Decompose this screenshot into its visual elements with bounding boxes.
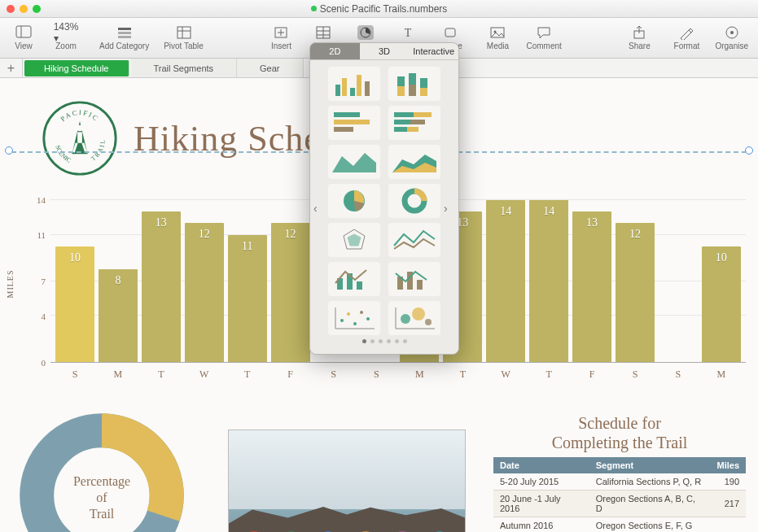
chart-type-pie[interactable] [328,184,380,218]
chart-bar[interactable]: 14 [486,200,525,362]
svg-rect-34 [365,81,370,96]
chart-type-bubble[interactable] [388,301,440,335]
chart-type-column[interactable] [328,67,380,101]
chart-type-stacked-column[interactable] [388,67,440,101]
col-miles[interactable]: Miles [710,457,746,473]
zoom-value: 143% ▾ [58,25,74,40]
media-button[interactable]: Media [484,25,511,50]
donut-label: Percentage of Trail [16,473,187,522]
col-segment[interactable]: Segment [589,457,711,473]
svg-point-27 [77,125,83,132]
chart-bar[interactable]: 12 [271,223,310,362]
svg-rect-33 [357,75,361,96]
comment-icon [536,25,552,40]
logo-badge: PACIFIC SCENIC TRAILS [41,99,119,177]
svg-rect-40 [420,88,427,96]
add-sheet-button[interactable]: + [0,59,23,77]
fullscreen-window-button[interactable] [33,5,41,13]
format-button[interactable]: Format [673,25,700,50]
chart-bar[interactable]: 13 [142,211,181,362]
chart-type-donut[interactable] [388,184,440,218]
zoom-button[interactable]: 143% ▾ Zoom [52,25,80,50]
svg-rect-28 [77,132,82,142]
minimize-window-button[interactable] [20,5,28,13]
tab-2d[interactable]: 2D [310,43,360,59]
view-button[interactable]: View [10,25,37,50]
chart-type-radar[interactable] [328,223,380,257]
chart-bar[interactable]: 14 [529,200,568,362]
trail-percentage-donut[interactable]: Percentage of Trail [16,410,187,532]
chart-type-area[interactable] [328,145,380,179]
schedule-table[interactable]: Date Segment Miles 5-20 July 2015Califor… [493,457,746,532]
share-icon [631,25,647,40]
chart-type-stacked-area[interactable] [388,145,440,179]
text-icon: T [400,25,416,40]
svg-point-66 [366,317,370,321]
svg-rect-42 [334,120,370,124]
svg-rect-4 [118,36,131,38]
svg-rect-31 [342,78,347,96]
chart-bar[interactable]: 12 [616,223,655,362]
tab-interactive[interactable]: Interactive [409,43,458,59]
organise-button[interactable]: Organise [715,25,748,50]
svg-rect-49 [407,127,418,132]
media-icon [489,25,506,40]
category-icon [116,25,133,40]
chart-bar[interactable]: 10 [55,246,94,362]
edited-indicator-icon [311,6,317,11]
guide-handle-left[interactable] [5,146,13,155]
add-category-button[interactable]: Add Category [99,25,149,50]
y-axis: 0 4 7 11 14 [33,200,49,363]
chart-bar[interactable]: 12 [185,223,224,362]
chart-type-bar[interactable] [328,106,380,140]
chart-type-popover: 2D 3D Interactive ‹ › [309,42,459,355]
style-page-dots[interactable] [313,335,455,349]
chart-type-stacked-bar[interactable] [388,106,440,140]
sheet-tab-trail-segments[interactable]: Trail Segments [131,59,238,77]
tab-3d[interactable]: 3D [360,43,410,59]
graph-icon [357,25,374,40]
table-title: Schedule forCompleting the Trail [493,413,746,452]
x-axis: SMTWTFSSMTWTFSSM [50,368,746,381]
chart-type-line[interactable] [388,223,440,257]
svg-rect-47 [410,120,425,124]
svg-rect-41 [334,112,360,117]
next-style-button[interactable]: › [444,202,455,213]
table-row[interactable]: 20 June -1 July 2016Oregon Sections A, B… [493,491,746,517]
comment-button[interactable]: Comment [526,25,561,50]
guide-handle-right[interactable] [745,146,753,155]
window-controls [7,5,41,13]
svg-point-70 [412,307,425,321]
svg-point-69 [401,314,410,324]
table-row[interactable]: 5-20 July 2015California Sections P, Q, … [493,473,746,491]
coast-photo[interactable] [228,430,466,532]
sheet-tab-gear[interactable]: Gear [237,59,303,77]
sheet-tab-hiking-schedule[interactable]: Hiking Schedule [24,60,129,76]
shape-icon [442,25,458,40]
chart-bar[interactable]: 11 [228,235,267,362]
svg-point-62 [340,319,344,322]
close-window-button[interactable] [7,5,15,13]
insert-button[interactable]: Insert [267,25,295,50]
chart-bar[interactable]: 8 [99,269,138,362]
table-row[interactable]: Autumn 2016Oregon Sections E, F, G [493,517,746,533]
pivot-table-button[interactable]: Pivot Table [164,25,204,50]
svg-point-22 [730,31,734,34]
schedule-table-block: Schedule forCompleting the Trail Date Se… [493,413,746,532]
view-icon [15,25,32,40]
prev-style-button[interactable]: ‹ [313,202,325,213]
share-button[interactable]: Share [625,25,653,50]
chart-type-scatter[interactable] [328,301,380,335]
organise-icon [724,25,740,40]
chart-type-two-axis[interactable] [388,262,440,296]
chart-bar[interactable]: 10 [702,246,741,362]
svg-rect-32 [350,88,355,96]
format-icon [678,25,694,40]
col-date[interactable]: Date [493,457,589,473]
y-axis-label: MILES [6,270,15,299]
svg-point-71 [425,319,432,325]
svg-rect-59 [417,280,423,290]
chart-bar[interactable]: 13 [572,211,611,362]
svg-rect-0 [16,26,31,37]
chart-type-mixed[interactable] [328,262,380,296]
